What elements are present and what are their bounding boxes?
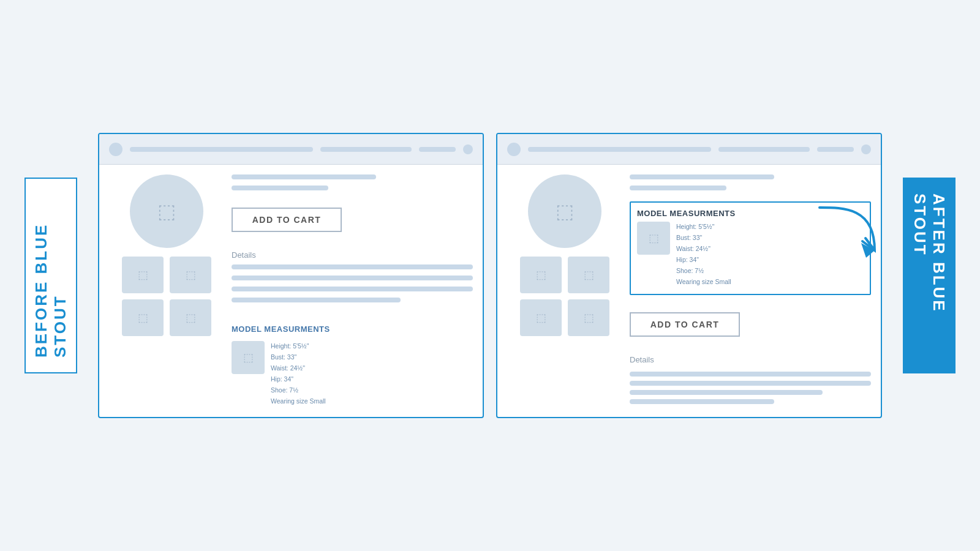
before-main-image-icon: ⬚: [157, 200, 176, 223]
before-thumb-4-icon: ⬚: [186, 311, 196, 324]
after-title-line-2: [630, 186, 726, 190]
after-panel: ⬚ ⬚ ⬚ ⬚ ⬚: [496, 133, 882, 418]
before-product-images: ⬚ ⬚ ⬚ ⬚ ⬚: [109, 174, 232, 407]
after-panel-content: ⬚ ⬚ ⬚ ⬚ ⬚: [497, 165, 881, 416]
after-detail-line-2: [630, 381, 871, 386]
after-product-details: MODEL MEASURMENTS ⬚ Height: 5'5½" Bust: …: [630, 174, 871, 407]
browser-bar-after: [497, 134, 881, 165]
before-thumb-4: ⬚: [170, 299, 211, 336]
before-model-thumb: ⬚: [232, 341, 265, 374]
after-thumb-4: ⬚: [568, 299, 609, 336]
browser-dot-right-after: [861, 144, 871, 154]
after-thumb-1-icon: ⬚: [536, 268, 546, 282]
after-label: AFTER BLUE STOUT: [903, 178, 956, 373]
before-product-details: ADD TO CART Details MODEL MEASURMENTS ⬚: [232, 174, 473, 407]
after-thumb-row-1: ⬚ ⬚: [507, 257, 622, 293]
before-details-label: Details: [232, 250, 473, 260]
url-bar-short-before: [419, 147, 456, 152]
after-thumb-3: ⬚: [520, 299, 562, 336]
after-thumb-row-2: ⬚ ⬚: [507, 299, 622, 336]
before-thumb-2-icon: ⬚: [186, 268, 196, 282]
before-detail-line-4: [232, 298, 401, 302]
before-model-row: ⬚ Height: 5'5½" Bust: 33" Waist: 24½" Hi…: [232, 341, 473, 407]
before-title-line-1: [232, 174, 376, 179]
url-bar-mid-before: [320, 147, 412, 152]
browser-dot-after: [507, 143, 521, 156]
before-title-line-2: [232, 186, 328, 190]
before-thumb-1-icon: ⬚: [138, 268, 148, 282]
before-detail-line-1: [232, 264, 473, 269]
after-main-image-icon: ⬚: [556, 200, 574, 223]
before-thumb-1: ⬚: [122, 257, 164, 293]
after-thumb-3-icon: ⬚: [536, 311, 546, 324]
after-model-title: MODEL MEASURMENTS: [637, 209, 864, 218]
panels-wrapper: ⬚ ⬚ ⬚ ⬚ ⬚: [61, 133, 919, 418]
before-detail-line-2: [232, 276, 473, 280]
before-panel: ⬚ ⬚ ⬚ ⬚ ⬚: [98, 133, 484, 418]
after-thumb-1: ⬚: [520, 257, 562, 293]
after-detail-line-1: [630, 372, 871, 377]
browser-dot-right-before: [463, 144, 473, 154]
browser-bar-before: [99, 134, 483, 165]
before-detail-line-3: [232, 287, 473, 291]
after-model-thumb-icon: ⬚: [649, 231, 659, 245]
before-model-stats: Height: 5'5½" Bust: 33" Waist: 24½" Hip:…: [271, 341, 326, 407]
after-model-row: ⬚ Height: 5'5½" Bust: 33" Waist: 24½" Hi…: [637, 222, 864, 287]
after-main-image: ⬚: [528, 174, 601, 248]
after-thumb-4-icon: ⬚: [584, 311, 594, 324]
after-details-label: Details: [630, 355, 871, 364]
before-main-image: ⬚: [130, 174, 203, 248]
before-label: BEFORE BLUE STOUT: [24, 178, 77, 373]
after-model-stats: Height: 5'5½" Bust: 33" Waist: 24½" Hip:…: [676, 222, 731, 287]
after-detail-line-4: [630, 399, 774, 404]
browser-dot-before: [109, 143, 123, 156]
after-add-to-cart-button[interactable]: ADD TO CART: [630, 312, 740, 337]
after-detail-line-3: [630, 390, 823, 395]
after-highlighted-measurements: MODEL MEASURMENTS ⬚ Height: 5'5½" Bust: …: [630, 201, 871, 294]
before-model-thumb-icon: ⬚: [243, 351, 254, 364]
before-thumb-2: ⬚: [170, 257, 211, 293]
url-bar-after: [528, 147, 711, 152]
before-add-to-cart-button[interactable]: ADD TO CART: [232, 208, 342, 232]
url-bar-short-after: [817, 147, 854, 152]
after-detail-lines: [630, 372, 871, 405]
after-thumb-2-icon: ⬚: [584, 268, 594, 282]
before-thumb-3-icon: ⬚: [138, 311, 148, 324]
url-bar-before: [130, 147, 313, 152]
after-product-images: ⬚ ⬚ ⬚ ⬚ ⬚: [507, 174, 630, 407]
main-container: BEFORE BLUE STOUT ⬚: [24, 24, 956, 527]
before-panel-content: ⬚ ⬚ ⬚ ⬚ ⬚: [99, 165, 483, 416]
after-title-line-1: [630, 174, 774, 179]
before-thumb-row-1: ⬚ ⬚: [109, 257, 224, 293]
after-model-thumb: ⬚: [637, 222, 670, 255]
before-model-title: MODEL MEASURMENTS: [232, 324, 473, 334]
url-bar-mid-after: [718, 147, 810, 152]
before-thumb-3: ⬚: [122, 299, 164, 336]
after-thumb-2: ⬚: [568, 257, 609, 293]
before-thumb-row-2: ⬚ ⬚: [109, 299, 224, 336]
